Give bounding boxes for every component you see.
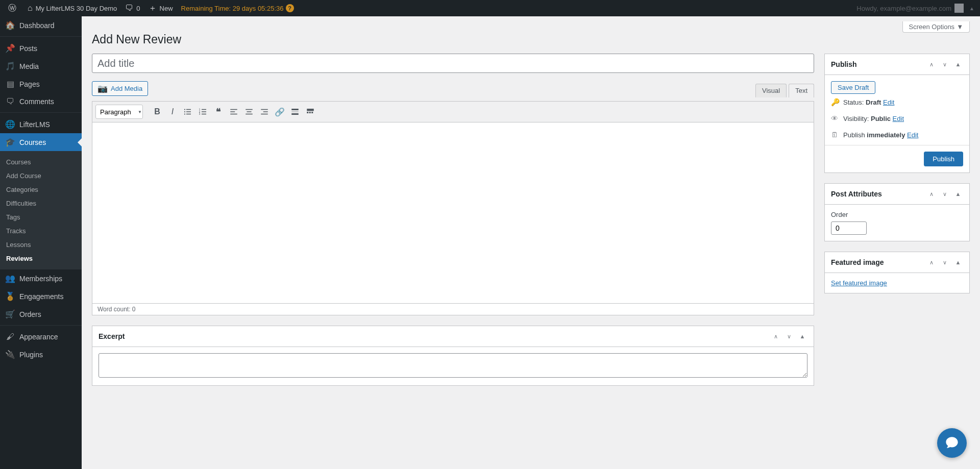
- brush-icon: 🖌: [5, 332, 15, 341]
- excerpt-textarea[interactable]: [99, 353, 807, 378]
- bold-button[interactable]: B: [150, 105, 164, 119]
- sidebar-item-engagements[interactable]: 🏅Engagements: [0, 287, 82, 305]
- help-chat-button[interactable]: [937, 428, 967, 458]
- order-input[interactable]: [831, 221, 867, 235]
- edit-status-link[interactable]: Edit: [883, 98, 894, 106]
- submenu-item-courses[interactable]: Courses: [0, 155, 82, 169]
- sidebar-item-label: Orders: [19, 310, 41, 318]
- align-center-button[interactable]: [242, 105, 256, 119]
- svg-rect-25: [307, 112, 308, 113]
- align-right-button[interactable]: [257, 105, 272, 119]
- user-menu[interactable]: Howdy, example@example.com: [852, 4, 968, 13]
- screen-options-toggle[interactable]: Screen Options▼: [902, 21, 970, 33]
- post-attributes-box: Post Attributes ∧ ∨ ▲ Order: [824, 183, 970, 241]
- submenu-item-lessons[interactable]: Lessons: [0, 238, 82, 252]
- tab-text[interactable]: Text: [789, 84, 814, 97]
- menu-separator: [0, 323, 82, 326]
- site-home-link[interactable]: ⌂My LifterLMS 30 Day Demo: [23, 0, 121, 16]
- toggle-panel-icon[interactable]: ▲: [953, 257, 963, 267]
- svg-rect-1: [186, 109, 191, 110]
- move-down-icon[interactable]: ∨: [940, 257, 950, 267]
- svg-rect-26: [309, 112, 311, 113]
- svg-rect-12: [230, 109, 237, 110]
- eye-icon: 👁: [831, 114, 839, 122]
- content-editor[interactable]: [92, 122, 814, 304]
- order-label: Order: [831, 211, 848, 218]
- sidebar-item-comments[interactable]: 🗨Comments: [0, 93, 82, 110]
- toggle-panel-icon[interactable]: ▲: [953, 59, 963, 69]
- sidebar-item-pages[interactable]: ▤Pages: [0, 75, 82, 93]
- submenu-item-tags[interactable]: Tags: [0, 210, 82, 224]
- sidebar-item-posts[interactable]: 📌Posts: [0, 39, 82, 57]
- edit-publish-date-link[interactable]: Edit: [907, 131, 918, 139]
- svg-text:3: 3: [199, 113, 201, 115]
- key-icon: 🔑: [831, 98, 839, 106]
- screen-options-label: Screen Options: [909, 23, 955, 31]
- comments-link[interactable]: 🗨0: [121, 0, 144, 16]
- new-content-link[interactable]: ＋New: [144, 0, 177, 16]
- dashboard-icon: 🏠: [5, 20, 15, 30]
- link-button[interactable]: 🔗: [273, 105, 287, 119]
- save-draft-button[interactable]: Save Draft: [831, 81, 875, 94]
- read-more-button[interactable]: [288, 105, 302, 119]
- svg-rect-27: [311, 112, 313, 113]
- sidebar-item-courses[interactable]: 🎓Courses: [0, 133, 82, 151]
- bullet-list-button[interactable]: [181, 105, 195, 119]
- comment-icon: 🗨: [5, 97, 15, 106]
- editor-tabs: Visual Text: [753, 84, 814, 97]
- tab-visual[interactable]: Visual: [755, 84, 787, 97]
- move-up-icon[interactable]: ∧: [926, 189, 937, 199]
- camera-music-icon: 📷: [97, 84, 108, 93]
- sidebar-item-media[interactable]: 🎵Media: [0, 57, 82, 75]
- submenu-item-difficulties[interactable]: Difficulties: [0, 196, 82, 210]
- pin-icon: 📌: [5, 43, 15, 53]
- sidebar-item-lifterlms[interactable]: 🌐LifterLMS: [0, 115, 82, 133]
- move-up-icon[interactable]: ∧: [926, 257, 937, 267]
- wp-logo[interactable]: ⓦ: [4, 0, 23, 16]
- help-icon[interactable]: ?: [286, 4, 294, 12]
- user-greeting: Howdy, example@example.com: [856, 5, 951, 12]
- scroll-up-icon[interactable]: ▲: [968, 6, 976, 11]
- sidebar-item-appearance[interactable]: 🖌Appearance: [0, 328, 82, 345]
- sidebar-item-label: LifterLMS: [19, 120, 50, 129]
- move-up-icon[interactable]: ∧: [771, 331, 781, 341]
- remaining-time[interactable]: Remaining Time: 29 days 05:25:36?: [177, 0, 298, 16]
- move-up-icon[interactable]: ∧: [926, 59, 937, 69]
- toggle-panel-icon[interactable]: ▲: [797, 331, 807, 341]
- set-featured-image-link[interactable]: Set featured image: [831, 279, 887, 287]
- chevron-down-icon: ▼: [957, 23, 963, 31]
- svg-point-0: [184, 109, 185, 110]
- align-left-button[interactable]: [227, 105, 241, 119]
- sidebar-item-orders[interactable]: 🛒Orders: [0, 305, 82, 323]
- status-value: Draft: [866, 98, 881, 106]
- submenu-item-categories[interactable]: Categories: [0, 183, 82, 196]
- toolbar-toggle-button[interactable]: [303, 105, 317, 119]
- featured-image-title: Featured image: [831, 258, 926, 266]
- svg-rect-11: [202, 114, 206, 115]
- sidebar-item-memberships[interactable]: 👥Memberships: [0, 269, 82, 287]
- svg-rect-21: [291, 109, 299, 110]
- toggle-panel-icon[interactable]: ▲: [953, 189, 963, 199]
- svg-rect-19: [263, 111, 268, 112]
- move-down-icon[interactable]: ∨: [784, 331, 794, 341]
- wordpress-icon: ⓦ: [8, 3, 16, 14]
- move-down-icon[interactable]: ∨: [940, 189, 950, 199]
- format-select[interactable]: Paragraph: [95, 105, 143, 119]
- edit-visibility-link[interactable]: Edit: [893, 115, 904, 122]
- publish-button[interactable]: Publish: [924, 152, 963, 166]
- italic-button[interactable]: I: [165, 105, 180, 119]
- submenu-item-tracks[interactable]: Tracks: [0, 224, 82, 238]
- numbered-list-button[interactable]: 123: [196, 105, 210, 119]
- sidebar-item-dashboard[interactable]: 🏠Dashboard: [0, 16, 82, 34]
- add-media-button[interactable]: 📷Add Media: [92, 81, 148, 96]
- group-icon: 👥: [5, 274, 15, 283]
- blockquote-button[interactable]: ❝: [211, 105, 226, 119]
- submenu-item-reviews[interactable]: Reviews: [0, 252, 82, 265]
- visibility-label: Visibility:: [843, 115, 869, 122]
- move-down-icon[interactable]: ∨: [940, 59, 950, 69]
- menu-separator: [0, 34, 82, 37]
- sidebar-item-plugins[interactable]: 🔌Plugins: [0, 345, 82, 363]
- submenu-item-add-course[interactable]: Add Course: [0, 169, 82, 183]
- title-input[interactable]: [92, 54, 814, 73]
- plug-icon: 🔌: [5, 350, 15, 359]
